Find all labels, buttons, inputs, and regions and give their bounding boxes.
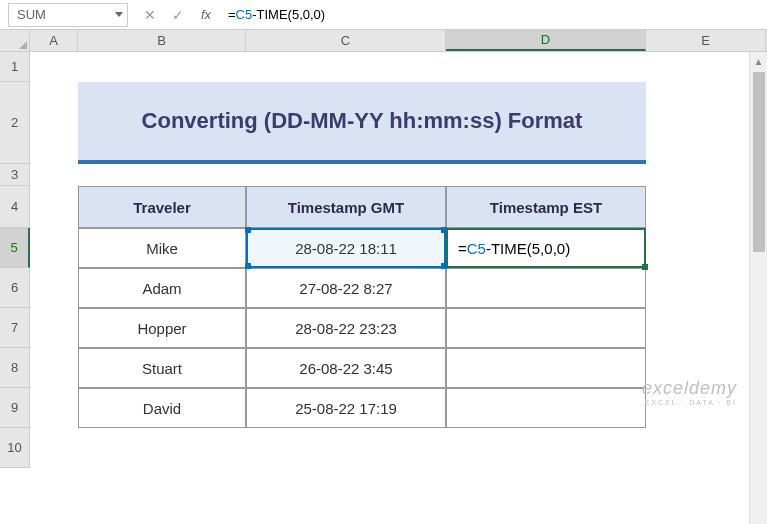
header-est[interactable]: Timestamp EST — [446, 186, 646, 228]
scroll-up-icon[interactable]: ▲ — [750, 52, 767, 70]
cell-d9[interactable] — [446, 388, 646, 428]
formula-suffix: -TIME(5,0,0) — [252, 7, 325, 22]
name-box-value: SUM — [17, 7, 46, 22]
scroll-thumb[interactable] — [753, 72, 765, 252]
cell-b7[interactable]: Hopper — [78, 308, 246, 348]
table-header-row: Traveler Timestamp GMT Timestamp EST — [78, 186, 646, 228]
cells-area[interactable]: Converting (DD-MM-YY hh:mm:ss) Format Tr… — [30, 52, 767, 468]
col-header-c[interactable]: C — [246, 30, 446, 51]
formula-ref: C5 — [236, 7, 253, 22]
grid-area: 1 2 3 4 5 6 7 8 9 10 Converting (DD-MM-Y… — [0, 52, 767, 468]
cell-d8[interactable] — [446, 348, 646, 388]
table-row: Stuart 26-08-22 3:45 — [78, 348, 646, 388]
fx-button[interactable]: fx — [192, 3, 220, 27]
row-header-5[interactable]: 5 — [0, 228, 30, 268]
title-merged-cell[interactable]: Converting (DD-MM-YY hh:mm:ss) Format — [78, 82, 646, 164]
formula-input[interactable]: =C5-TIME(5,0,0) — [220, 3, 767, 27]
fill-handle-icon[interactable] — [642, 264, 648, 270]
active-suffix: -TIME(5,0,0) — [486, 240, 570, 257]
active-prefix: = — [458, 240, 467, 257]
col-header-a[interactable]: A — [30, 30, 78, 51]
row-header-9[interactable]: 9 — [0, 388, 30, 428]
column-headers: A B C D E — [0, 30, 767, 52]
active-cell[interactable]: =C5-TIME(5,0,0) — [446, 228, 646, 268]
cancel-button[interactable]: ✕ — [136, 3, 164, 27]
table-row: Hopper 28-08-22 23:23 — [78, 308, 646, 348]
name-box[interactable]: SUM — [8, 3, 128, 27]
cell-c9[interactable]: 25-08-22 17:19 — [246, 388, 446, 428]
triangle-icon — [19, 41, 27, 49]
cell-c6[interactable]: 27-08-22 8:27 — [246, 268, 446, 308]
col-header-d[interactable]: D — [446, 30, 646, 51]
watermark: exceldemy EXCEL · DATA · BI — [642, 378, 737, 406]
active-ref: C5 — [467, 240, 486, 257]
row-header-6[interactable]: 6 — [0, 268, 30, 308]
col-header-b[interactable]: B — [78, 30, 246, 51]
cell-b9[interactable]: David — [78, 388, 246, 428]
watermark-main: exceldemy — [642, 378, 737, 399]
row-headers: 1 2 3 4 5 6 7 8 9 10 — [0, 52, 30, 468]
table-row: Adam 27-08-22 8:27 — [78, 268, 646, 308]
cell-c7[interactable]: 28-08-22 23:23 — [246, 308, 446, 348]
cell-c8[interactable]: 26-08-22 3:45 — [246, 348, 446, 388]
cell-b8[interactable]: Stuart — [78, 348, 246, 388]
enter-button[interactable]: ✓ — [164, 3, 192, 27]
watermark-sub: EXCEL · DATA · BI — [642, 399, 737, 406]
row-header-3[interactable]: 3 — [0, 164, 30, 186]
select-all-corner[interactable] — [0, 30, 30, 51]
formula-bar: SUM ✕ ✓ fx =C5-TIME(5,0,0) — [0, 0, 767, 30]
table-row: David 25-08-22 17:19 — [78, 388, 646, 428]
dropdown-icon[interactable] — [115, 12, 123, 17]
cell-c5[interactable]: 28-08-22 18:11 — [246, 228, 446, 268]
cell-b6[interactable]: Adam — [78, 268, 246, 308]
cell-d7[interactable] — [446, 308, 646, 348]
data-table: Traveler Timestamp GMT Timestamp EST Mik… — [78, 186, 646, 428]
col-header-e[interactable]: E — [646, 30, 766, 51]
header-traveler[interactable]: Traveler — [78, 186, 246, 228]
row-header-7[interactable]: 7 — [0, 308, 30, 348]
row-header-8[interactable]: 8 — [0, 348, 30, 388]
vertical-scrollbar[interactable]: ▲ — [749, 52, 767, 524]
row-header-1[interactable]: 1 — [0, 52, 30, 82]
header-gmt[interactable]: Timestamp GMT — [246, 186, 446, 228]
row-header-4[interactable]: 4 — [0, 186, 30, 228]
row-header-10[interactable]: 10 — [0, 428, 30, 468]
formula-prefix: = — [228, 7, 236, 22]
row-header-2[interactable]: 2 — [0, 82, 30, 164]
cell-b5[interactable]: Mike — [78, 228, 246, 268]
cell-d6[interactable] — [446, 268, 646, 308]
